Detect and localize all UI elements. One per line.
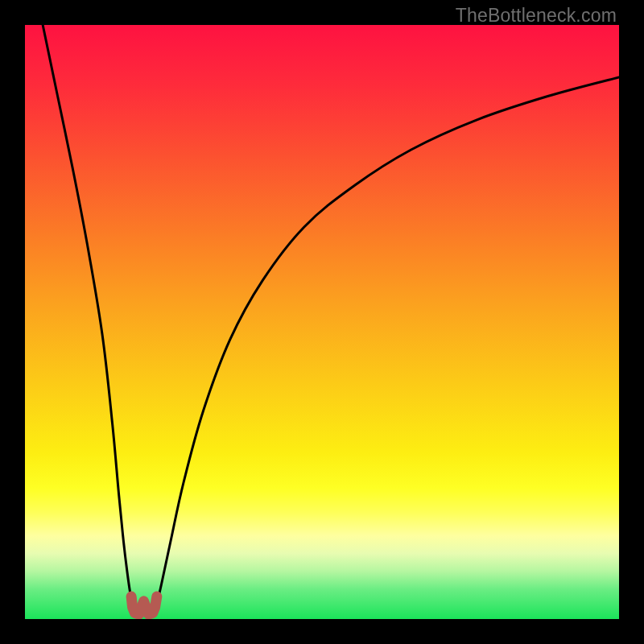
curve-right-branch xyxy=(157,77,619,605)
plot-area xyxy=(25,25,619,619)
outer-frame: TheBottleneck.com xyxy=(0,0,644,644)
notch-marker xyxy=(131,597,157,614)
watermark-text: TheBottleneck.com xyxy=(456,5,617,27)
curve-left-branch xyxy=(43,25,132,605)
chart-curves xyxy=(25,25,619,619)
